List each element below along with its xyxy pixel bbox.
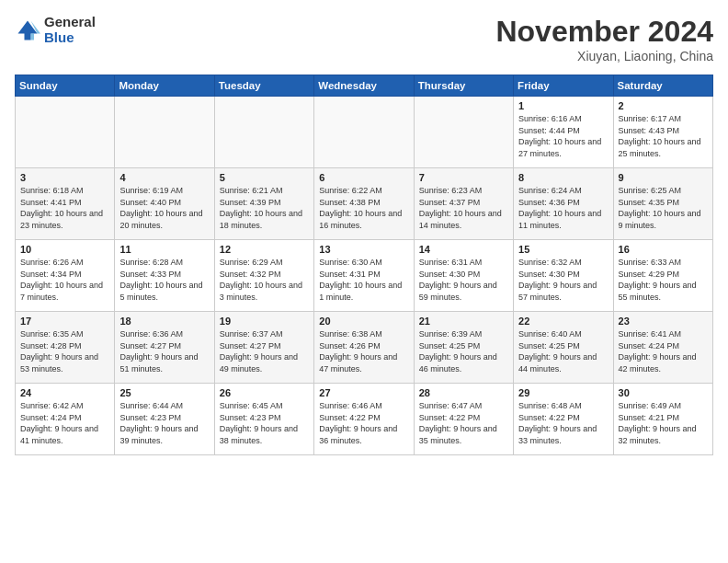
day-number: 21	[419, 316, 508, 327]
day-number: 9	[619, 172, 708, 183]
calendar-cell: 26Sunrise: 6:45 AM Sunset: 4:23 PM Dayli…	[214, 384, 313, 455]
day-detail: Sunrise: 6:22 AM Sunset: 4:38 PM Dayligh…	[319, 185, 408, 231]
day-number: 27	[319, 387, 408, 398]
calendar-week-row: 3Sunrise: 6:18 AM Sunset: 4:41 PM Daylig…	[16, 168, 713, 240]
calendar-cell: 15Sunrise: 6:32 AM Sunset: 4:30 PM Dayli…	[514, 240, 613, 312]
calendar-cell: 12Sunrise: 6:29 AM Sunset: 4:32 PM Dayli…	[214, 240, 313, 312]
day-number: 1	[518, 100, 608, 111]
calendar-cell: 7Sunrise: 6:23 AM Sunset: 4:37 PM Daylig…	[414, 168, 513, 240]
calendar-cell: 23Sunrise: 6:41 AM Sunset: 4:24 PM Dayli…	[613, 312, 712, 384]
day-detail: Sunrise: 6:18 AM Sunset: 4:41 PM Dayligh…	[20, 185, 109, 231]
svg-marker-0	[18, 20, 38, 40]
calendar-cell: 28Sunrise: 6:47 AM Sunset: 4:22 PM Dayli…	[414, 384, 513, 455]
day-detail: Sunrise: 6:49 AM Sunset: 4:21 PM Dayligh…	[619, 400, 708, 446]
day-detail: Sunrise: 6:38 AM Sunset: 4:26 PM Dayligh…	[319, 328, 408, 374]
calendar-cell: 5Sunrise: 6:21 AM Sunset: 4:39 PM Daylig…	[214, 168, 313, 240]
calendar-cell: 4Sunrise: 6:19 AM Sunset: 4:40 PM Daylig…	[115, 168, 214, 240]
day-detail: Sunrise: 6:45 AM Sunset: 4:23 PM Dayligh…	[220, 400, 309, 446]
logo-icon	[15, 17, 40, 43]
day-number: 25	[119, 387, 209, 398]
day-number: 29	[518, 387, 608, 398]
location-subtitle: Xiuyan, Liaoning, China	[495, 49, 713, 63]
day-detail: Sunrise: 6:30 AM Sunset: 4:31 PM Dayligh…	[319, 257, 408, 303]
calendar-cell: 13Sunrise: 6:30 AM Sunset: 4:31 PM Dayli…	[314, 240, 414, 312]
day-number: 18	[119, 316, 209, 327]
page-header: General Blue November 2024 Xiuyan, Liaon…	[15, 15, 713, 63]
day-detail: Sunrise: 6:28 AM Sunset: 4:33 PM Dayligh…	[119, 257, 209, 303]
calendar-week-row: 24Sunrise: 6:42 AM Sunset: 4:24 PM Dayli…	[16, 384, 713, 455]
weekday-header-monday: Monday	[115, 75, 214, 97]
day-detail: Sunrise: 6:25 AM Sunset: 4:35 PM Dayligh…	[619, 185, 708, 231]
calendar-cell: 3Sunrise: 6:18 AM Sunset: 4:41 PM Daylig…	[16, 168, 115, 240]
day-detail: Sunrise: 6:32 AM Sunset: 4:30 PM Dayligh…	[518, 257, 608, 303]
calendar-week-row: 1Sunrise: 6:16 AM Sunset: 4:44 PM Daylig…	[16, 97, 713, 168]
weekday-header-tuesday: Tuesday	[214, 75, 313, 97]
month-title: November 2024	[495, 15, 713, 49]
calendar-cell: 21Sunrise: 6:39 AM Sunset: 4:25 PM Dayli…	[414, 312, 513, 384]
title-block: November 2024 Xiuyan, Liaoning, China	[495, 15, 713, 63]
weekday-header-sunday: Sunday	[16, 75, 115, 97]
day-number: 19	[220, 316, 309, 327]
day-number: 2	[619, 100, 708, 111]
day-number: 5	[220, 172, 309, 183]
calendar-cell	[314, 97, 414, 168]
day-number: 16	[619, 244, 708, 255]
day-detail: Sunrise: 6:40 AM Sunset: 4:25 PM Dayligh…	[518, 328, 608, 374]
day-number: 24	[20, 387, 109, 398]
calendar-cell: 9Sunrise: 6:25 AM Sunset: 4:35 PM Daylig…	[613, 168, 712, 240]
day-detail: Sunrise: 6:39 AM Sunset: 4:25 PM Dayligh…	[419, 328, 508, 374]
logo-blue-text: Blue	[44, 30, 96, 46]
calendar-cell: 6Sunrise: 6:22 AM Sunset: 4:38 PM Daylig…	[314, 168, 414, 240]
calendar-cell: 20Sunrise: 6:38 AM Sunset: 4:26 PM Dayli…	[314, 312, 414, 384]
logo-general-text: General	[44, 15, 96, 30]
day-detail: Sunrise: 6:48 AM Sunset: 4:22 PM Dayligh…	[518, 400, 608, 446]
day-detail: Sunrise: 6:17 AM Sunset: 4:43 PM Dayligh…	[619, 113, 708, 159]
day-number: 13	[319, 244, 408, 255]
calendar-cell	[16, 97, 115, 168]
logo: General Blue	[15, 15, 96, 45]
weekday-header-wednesday: Wednesday	[314, 75, 414, 97]
calendar-cell: 17Sunrise: 6:35 AM Sunset: 4:28 PM Dayli…	[16, 312, 115, 384]
day-detail: Sunrise: 6:23 AM Sunset: 4:37 PM Dayligh…	[419, 185, 508, 231]
calendar-cell: 10Sunrise: 6:26 AM Sunset: 4:34 PM Dayli…	[16, 240, 115, 312]
day-detail: Sunrise: 6:36 AM Sunset: 4:27 PM Dayligh…	[119, 328, 209, 374]
day-number: 15	[518, 244, 608, 255]
day-number: 3	[20, 172, 109, 183]
weekday-header-friday: Friday	[514, 75, 613, 97]
day-number: 8	[518, 172, 608, 183]
day-detail: Sunrise: 6:21 AM Sunset: 4:39 PM Dayligh…	[220, 185, 309, 231]
day-detail: Sunrise: 6:16 AM Sunset: 4:44 PM Dayligh…	[518, 113, 608, 159]
day-number: 28	[419, 387, 508, 398]
day-number: 6	[319, 172, 408, 183]
calendar-cell: 16Sunrise: 6:33 AM Sunset: 4:29 PM Dayli…	[613, 240, 712, 312]
calendar-cell: 11Sunrise: 6:28 AM Sunset: 4:33 PM Dayli…	[115, 240, 214, 312]
calendar-cell	[414, 97, 513, 168]
day-number: 30	[619, 387, 708, 398]
day-detail: Sunrise: 6:41 AM Sunset: 4:24 PM Dayligh…	[619, 328, 708, 374]
calendar-cell: 8Sunrise: 6:24 AM Sunset: 4:36 PM Daylig…	[514, 168, 613, 240]
day-detail: Sunrise: 6:42 AM Sunset: 4:24 PM Dayligh…	[20, 400, 109, 446]
day-number: 17	[20, 316, 109, 327]
weekday-header-saturday: Saturday	[613, 75, 712, 97]
day-number: 7	[419, 172, 508, 183]
calendar-table: SundayMondayTuesdayWednesdayThursdayFrid…	[15, 75, 713, 455]
calendar-week-row: 17Sunrise: 6:35 AM Sunset: 4:28 PM Dayli…	[16, 312, 713, 384]
day-number: 12	[220, 244, 309, 255]
day-number: 23	[619, 316, 708, 327]
calendar-cell: 22Sunrise: 6:40 AM Sunset: 4:25 PM Dayli…	[514, 312, 613, 384]
calendar-cell	[115, 97, 214, 168]
calendar-cell: 25Sunrise: 6:44 AM Sunset: 4:23 PM Dayli…	[115, 384, 214, 455]
day-detail: Sunrise: 6:31 AM Sunset: 4:30 PM Dayligh…	[419, 257, 508, 303]
day-number: 20	[319, 316, 408, 327]
day-detail: Sunrise: 6:44 AM Sunset: 4:23 PM Dayligh…	[119, 400, 209, 446]
calendar-header-row: SundayMondayTuesdayWednesdayThursdayFrid…	[16, 75, 713, 97]
calendar-cell: 18Sunrise: 6:36 AM Sunset: 4:27 PM Dayli…	[115, 312, 214, 384]
calendar-cell: 30Sunrise: 6:49 AM Sunset: 4:21 PM Dayli…	[613, 384, 712, 455]
day-detail: Sunrise: 6:29 AM Sunset: 4:32 PM Dayligh…	[220, 257, 309, 303]
day-number: 4	[119, 172, 209, 183]
calendar-cell: 2Sunrise: 6:17 AM Sunset: 4:43 PM Daylig…	[613, 97, 712, 168]
calendar-cell: 19Sunrise: 6:37 AM Sunset: 4:27 PM Dayli…	[214, 312, 313, 384]
calendar-week-row: 10Sunrise: 6:26 AM Sunset: 4:34 PM Dayli…	[16, 240, 713, 312]
calendar-cell: 1Sunrise: 6:16 AM Sunset: 4:44 PM Daylig…	[514, 97, 613, 168]
day-detail: Sunrise: 6:24 AM Sunset: 4:36 PM Dayligh…	[518, 185, 608, 231]
